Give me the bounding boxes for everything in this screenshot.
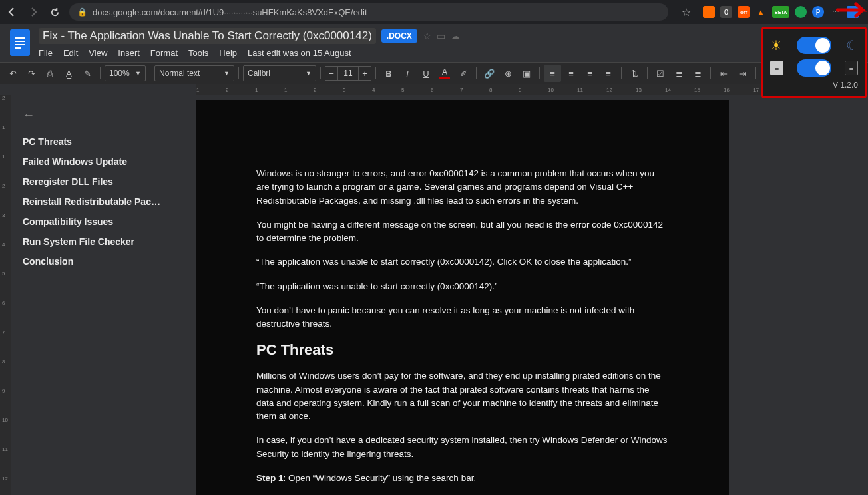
svg-rect-0 xyxy=(10,29,30,56)
spellcheck-button[interactable]: A̲ xyxy=(60,65,77,82)
paragraph[interactable]: Millions of Windows users don’t pay for … xyxy=(256,369,669,423)
url-bar[interactable]: 🔒 docs.google.com/document/d/1U9········… xyxy=(69,3,668,21)
bold-button[interactable]: B xyxy=(380,65,397,82)
align-justify-button[interactable]: ≡ xyxy=(600,65,617,82)
ext-icon-green[interactable] xyxy=(795,6,807,18)
dark-mode-toggle[interactable] xyxy=(797,37,831,54)
document-title[interactable]: Fix - The Application Was Unable To Star… xyxy=(39,28,376,44)
align-left-button[interactable]: ≡ xyxy=(544,65,561,82)
back-button[interactable] xyxy=(5,5,19,19)
outline-item[interactable]: Reinstall Redistributable Pac… xyxy=(23,192,184,212)
heading[interactable]: PC Threats xyxy=(256,341,669,359)
paragraph[interactable]: “The application was unable to start cor… xyxy=(256,280,669,293)
google-docs-icon[interactable] xyxy=(8,28,32,57)
paragraph[interactable]: In case, if you don’t have a dedicated s… xyxy=(256,434,669,461)
insert-comment-button[interactable]: ⊕ xyxy=(499,65,517,82)
font-size-increase[interactable]: + xyxy=(358,66,371,81)
undo-button[interactable]: ↶ xyxy=(4,65,21,82)
indent-increase-button[interactable]: ⇥ xyxy=(734,65,751,82)
cloud-status-icon: ☁ xyxy=(451,31,460,41)
paragraph[interactable]: Windows is no stranger to errors, and er… xyxy=(256,167,669,208)
document-outline: ← PC Threats Failed Windows Update Rereg… xyxy=(11,95,196,495)
menu-edit[interactable]: Edit xyxy=(63,48,78,58)
menu-tools[interactable]: Tools xyxy=(188,48,208,58)
sun-icon: ☀ xyxy=(770,37,782,53)
callout-arrow-icon xyxy=(836,1,868,19)
formatting-toolbar: ↶ ↷ ⎙ A̲ ✎ 100%▼ Normal text▼ Calibri▼ −… xyxy=(0,62,868,84)
svg-rect-4 xyxy=(15,47,21,49)
font-size-control: − 11 + xyxy=(325,66,371,81)
forward-button[interactable] xyxy=(27,5,40,19)
outline-item[interactable]: Run System File Checker xyxy=(23,232,184,251)
ext-icon-badge-0[interactable]: 0 xyxy=(720,6,732,18)
font-size-decrease[interactable]: − xyxy=(325,66,338,81)
menu-file[interactable]: File xyxy=(39,48,53,58)
step-label: Step 1 xyxy=(256,473,284,483)
redo-button[interactable]: ↷ xyxy=(23,65,40,82)
outline-collapse-button[interactable]: ← xyxy=(23,108,184,122)
paint-format-button[interactable]: ✎ xyxy=(79,65,96,82)
ext-icon-off[interactable]: off xyxy=(738,6,750,18)
move-button[interactable]: ▭ xyxy=(437,31,445,41)
highlight-button[interactable]: ✐ xyxy=(455,65,472,82)
lock-icon: 🔒 xyxy=(77,7,87,17)
align-right-button[interactable]: ≡ xyxy=(581,65,598,82)
star-button[interactable]: ☆ xyxy=(423,30,431,42)
ext-icon-beta[interactable]: BETA xyxy=(772,6,789,18)
last-edit-link[interactable]: Last edit was on 15 August xyxy=(248,48,351,58)
text-color-button[interactable]: A xyxy=(436,65,453,82)
moon-icon: ☾ xyxy=(846,37,858,53)
menu-help[interactable]: Help xyxy=(219,48,237,58)
docx-badge: .DOCX xyxy=(381,29,417,43)
insert-image-button[interactable]: ▣ xyxy=(518,65,535,82)
print-button[interactable]: ⎙ xyxy=(41,65,59,82)
docs-header: Fix - The Application Was Unable To Star… xyxy=(0,24,868,58)
page-dark-icon: ≡ xyxy=(845,61,858,75)
reload-button[interactable] xyxy=(48,5,61,19)
ext-icon-1[interactable] xyxy=(703,6,715,18)
ext-icon-flame[interactable]: ▲ xyxy=(755,6,767,18)
outline-item[interactable]: Reregister DLL Files xyxy=(23,172,184,192)
number-list-button[interactable]: ≣ xyxy=(689,65,706,82)
menu-format[interactable]: Format xyxy=(150,48,178,58)
paragraph[interactable]: You might be having a different message … xyxy=(256,218,669,246)
indent-decrease-button[interactable]: ⇤ xyxy=(715,65,732,82)
url-text: docs.google.com/document/d/1U9··········… xyxy=(93,7,367,17)
page-light-icon: ≡ xyxy=(770,61,783,75)
outline-item[interactable]: Compatibility Issues xyxy=(23,212,184,232)
page-invert-toggle[interactable] xyxy=(797,59,831,77)
style-select[interactable]: Normal text▼ xyxy=(154,65,234,81)
zoom-select[interactable]: 100%▼ xyxy=(105,65,146,81)
star-icon[interactable]: ☆ xyxy=(682,6,691,19)
checklist-button[interactable]: ☑ xyxy=(652,65,669,82)
step-text: : Open “Windows Security” using the sear… xyxy=(284,473,477,483)
underline-button[interactable]: U xyxy=(417,65,435,82)
outline-item[interactable]: Failed Windows Update xyxy=(23,152,184,172)
workspace: 21123456789101112 ← PC Threats Failed Wi… xyxy=(0,95,868,495)
font-size-value[interactable]: 11 xyxy=(338,66,358,81)
svg-rect-2 xyxy=(15,41,25,42)
font-select[interactable]: Calibri▼ xyxy=(243,65,316,81)
menu-insert[interactable]: Insert xyxy=(118,48,140,58)
align-center-button[interactable]: ≡ xyxy=(562,65,580,82)
vertical-ruler[interactable]: 21123456789101112 xyxy=(0,95,11,495)
document-page[interactable]: Windows is no stranger to errors, and er… xyxy=(196,100,729,495)
menu-view[interactable]: View xyxy=(89,48,107,58)
extension-popup: ☀ ☾ ≡ ≡ V 1.2.0 xyxy=(761,27,867,98)
extension-version: V 1.2.0 xyxy=(770,81,858,90)
insert-link-button[interactable]: 🔗 xyxy=(481,65,498,82)
bullet-list-button[interactable]: ≣ xyxy=(670,65,688,82)
menu-bar: File Edit View Insert Format Tools Help … xyxy=(39,48,460,58)
svg-rect-1 xyxy=(15,37,25,39)
paragraph[interactable]: “The application was unable to start cor… xyxy=(256,255,669,269)
paragraph[interactable]: You don’t have to panic because you can … xyxy=(256,304,669,331)
browser-toolbar: 🔒 docs.google.com/document/d/1U9········… xyxy=(0,0,868,24)
svg-rect-3 xyxy=(15,44,25,45)
outline-item[interactable]: Conclusion xyxy=(23,251,184,271)
paragraph[interactable]: Step 1: Open “Windows Security” using th… xyxy=(256,472,669,485)
italic-button[interactable]: I xyxy=(399,65,416,82)
ext-icon-blue[interactable]: P xyxy=(812,6,824,18)
outline-item[interactable]: PC Threats xyxy=(23,132,184,152)
line-spacing-button[interactable]: ⇅ xyxy=(626,65,643,82)
page-canvas[interactable]: Windows is no stranger to errors, and er… xyxy=(196,95,868,495)
